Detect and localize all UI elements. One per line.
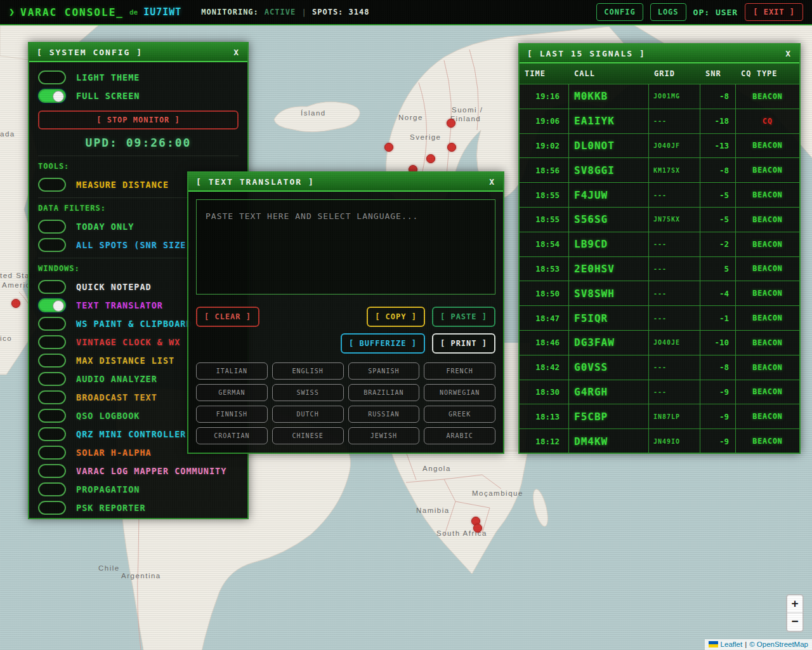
signal-row[interactable]: 18:30G4RGH----9BEACON xyxy=(520,380,799,405)
signal-row[interactable]: 18:13F5CBPIN87LP-9BEACON xyxy=(520,404,799,429)
language-grid: ITALIANENGLISHSPANISHFRENCHGERMANSWISSBR… xyxy=(196,362,495,444)
map-label: ico xyxy=(0,335,12,342)
zoom-out-button[interactable]: − xyxy=(787,613,802,631)
language-button[interactable]: GREEK xyxy=(424,406,495,423)
language-button[interactable]: BRAZILIAN xyxy=(348,384,420,401)
toggle-switch[interactable] xyxy=(38,298,66,312)
signal-time: 18:13 xyxy=(520,404,569,428)
toggle-switch[interactable] xyxy=(38,280,66,294)
language-button[interactable]: ENGLISH xyxy=(272,362,344,380)
language-button[interactable]: SPANISH xyxy=(348,362,420,380)
spot-marker[interactable] xyxy=(426,154,435,163)
signal-row[interactable]: 19:16M0KKBJO01MG-8BEACON xyxy=(520,84,799,109)
toggle-row: LIGHT THEME xyxy=(38,70,239,84)
text-translator-window: [ TEXT TRANSLATOR ] X [ CLEAR ] [ COPY ]… xyxy=(187,171,504,454)
close-icon[interactable]: X xyxy=(233,48,240,57)
toggle-switch[interactable] xyxy=(38,354,66,368)
language-button[interactable]: NORWEGIAN xyxy=(424,384,495,401)
language-button[interactable]: ITALIAN xyxy=(196,362,268,380)
toggle-switch[interactable] xyxy=(38,519,66,520)
paste-button[interactable]: [ PASTE ] xyxy=(432,307,495,327)
signal-grid: --- xyxy=(649,109,700,133)
signal-row[interactable]: 18:47F5IQR----1BEACON xyxy=(520,306,799,331)
config-button[interactable]: CONFIG xyxy=(596,3,643,21)
signal-row[interactable]: 18:42G0VSS----8BEACON xyxy=(520,355,799,380)
language-button[interactable]: JEWISH xyxy=(348,427,420,444)
signal-row[interactable]: 18:532E0HSV---5BEACON xyxy=(520,257,799,282)
toggle-switch[interactable] xyxy=(38,335,66,349)
signal-time: 18:54 xyxy=(520,232,569,256)
signal-row[interactable]: 19:06EA1IYK----18CQ xyxy=(520,109,799,134)
signal-row[interactable]: 18:46DG3FAWJO40JE-10BEACON xyxy=(520,331,799,355)
language-button[interactable]: FRENCH xyxy=(424,362,495,380)
toggle-switch[interactable] xyxy=(38,372,66,386)
system-config-titlebar[interactable]: [ SYSTEM CONFIG ] X xyxy=(29,43,247,62)
signal-callsign: F5IQR xyxy=(569,306,649,330)
toggle-switch[interactable] xyxy=(38,178,66,192)
translator-text-input[interactable] xyxy=(196,199,495,295)
osm-link[interactable]: © OpenStreetMap xyxy=(749,640,808,648)
translator-titlebar[interactable]: [ TEXT TRANSLATOR ] X xyxy=(188,173,503,192)
spot-marker[interactable] xyxy=(473,524,482,533)
logs-button[interactable]: LOGS xyxy=(650,3,686,21)
close-icon[interactable]: X xyxy=(489,177,495,187)
map-zoom-control[interactable]: + − xyxy=(786,594,804,632)
signal-row[interactable]: 18:55S56SGJN75KX-5BEACON xyxy=(520,208,799,232)
toggle-switch[interactable] xyxy=(38,409,66,423)
language-button[interactable]: ARABIC xyxy=(424,427,495,444)
spots-count: SPOTS: 3148 xyxy=(312,8,369,17)
stop-monitor-button[interactable]: [ STOP MONITOR ] xyxy=(38,110,239,129)
signal-grid: JO40JE xyxy=(649,331,700,355)
signals-titlebar[interactable]: [ LAST 15 SIGNALS ] X xyxy=(520,44,799,63)
spot-marker[interactable] xyxy=(11,299,20,308)
toggle-label: AUDIO ANALYZER xyxy=(76,374,157,384)
clear-button[interactable]: [ CLEAR ] xyxy=(196,307,259,327)
toggle-switch[interactable] xyxy=(38,427,66,441)
signal-row[interactable]: 18:56SV8GGIKM17SX-8BEACON xyxy=(520,158,799,183)
toggle-switch[interactable] xyxy=(38,482,66,496)
language-button[interactable]: CHINESE xyxy=(272,427,344,444)
toggle-switch[interactable] xyxy=(38,70,66,84)
toggle-switch[interactable] xyxy=(38,464,66,478)
spot-marker[interactable] xyxy=(447,119,455,128)
ukraine-flag-icon xyxy=(709,641,718,647)
signal-grid: IN87LP xyxy=(649,404,700,428)
signal-row[interactable]: 19:02DL0NOTJO40JF-13BEACON xyxy=(520,134,799,159)
signal-snr: -10 xyxy=(700,331,736,355)
language-button[interactable]: GERMAN xyxy=(196,384,268,401)
language-button[interactable]: SWISS xyxy=(272,384,344,401)
signal-grid: JO40JF xyxy=(649,134,700,158)
exit-button[interactable]: [ EXIT ] xyxy=(745,3,803,21)
close-icon[interactable]: X xyxy=(785,49,792,58)
signal-row[interactable]: 18:55F4JUW----5BEACON xyxy=(520,183,799,208)
signal-row[interactable]: 18:50SV8SWH----4BEACON xyxy=(520,281,799,306)
signal-grid: JN49IO xyxy=(649,429,700,453)
signal-cq-type: BEACON xyxy=(736,404,799,428)
spot-marker[interactable] xyxy=(447,143,456,152)
toggle-switch[interactable] xyxy=(38,317,66,331)
bufferize-button[interactable]: [ BUFFERIZE ] xyxy=(341,333,425,354)
toggle-switch[interactable] xyxy=(38,89,66,103)
spot-marker[interactable] xyxy=(384,143,393,152)
monitoring-label: MONITORING: xyxy=(201,8,258,17)
language-button[interactable]: FINNISH xyxy=(196,406,268,423)
map-label: Chile xyxy=(98,564,120,572)
leaflet-link[interactable]: Leaflet xyxy=(721,640,743,648)
de-label: de xyxy=(129,8,138,17)
signal-row[interactable]: 18:54LB9CD----2BEACON xyxy=(520,232,799,257)
toggle-switch[interactable] xyxy=(38,238,66,252)
prompt-icon: ❯ xyxy=(9,6,15,18)
toggle-switch[interactable] xyxy=(38,446,66,460)
language-button[interactable]: CROATIAN xyxy=(196,427,268,444)
signal-row[interactable]: 18:12DM4KWJN49IO-9BEACON xyxy=(520,429,799,454)
toggle-switch[interactable] xyxy=(38,501,66,515)
signal-cq-type: BEACON xyxy=(736,208,799,232)
map-label: Argentina xyxy=(121,572,161,580)
language-button[interactable]: DUTCH xyxy=(272,406,344,423)
toggle-switch[interactable] xyxy=(38,220,66,234)
zoom-in-button[interactable]: + xyxy=(787,595,802,613)
copy-button[interactable]: [ COPY ] xyxy=(367,307,425,327)
language-button[interactable]: RUSSIAN xyxy=(348,406,420,423)
toggle-switch[interactable] xyxy=(38,390,66,404)
print-button[interactable]: [ PRINT ] xyxy=(432,333,495,354)
